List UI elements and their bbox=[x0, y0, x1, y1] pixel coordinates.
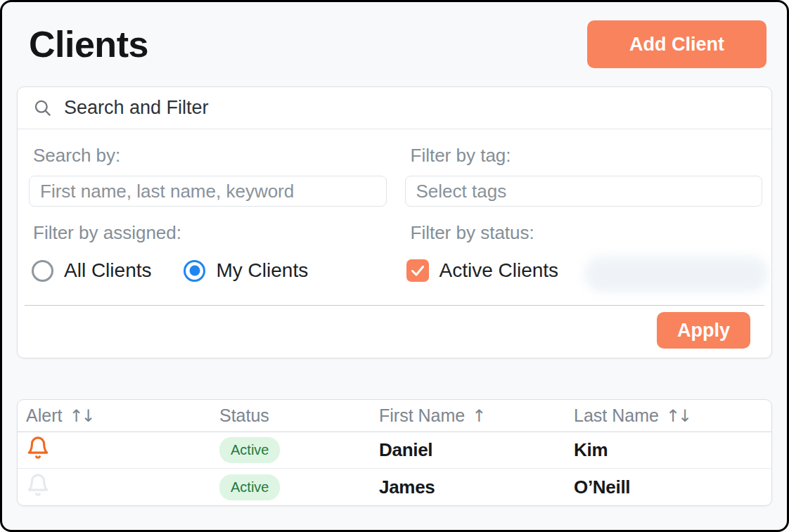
search-filter-header[interactable]: Search and Filter bbox=[18, 87, 771, 129]
filter-by-tag-group: Filter by tag: Filter by status: Active … bbox=[405, 141, 763, 286]
radio-all-clients-label: All Clients bbox=[64, 259, 151, 282]
last-name-cell: O’Neill bbox=[574, 476, 771, 498]
status-badge: Active bbox=[219, 474, 280, 500]
filter-by-status-label: Filter by status: bbox=[411, 222, 763, 244]
radio-my-clients-label: My Clients bbox=[216, 259, 308, 282]
checkbox-icon-active-clients[interactable] bbox=[406, 259, 429, 282]
sort-icon-alert[interactable]: ↑↓ bbox=[69, 406, 93, 426]
first-name-cell: James bbox=[379, 476, 574, 498]
filter-by-assigned-label: Filter by assigned: bbox=[33, 222, 387, 244]
clients-table: Alert ↑↓ Status First Name ↑ Last Name ↑… bbox=[17, 399, 772, 506]
column-header-status: Status bbox=[219, 406, 379, 426]
column-header-first-name-label: First Name bbox=[379, 406, 465, 426]
filter-by-tag-label: Filter by tag: bbox=[411, 145, 763, 167]
column-header-alert[interactable]: Alert ↑↓ bbox=[26, 406, 219, 426]
apply-row: Apply bbox=[18, 306, 771, 358]
status-options: Active Clients bbox=[406, 255, 763, 286]
status-cell: Active bbox=[219, 437, 379, 463]
column-header-last-name-label: Last Name bbox=[574, 406, 659, 426]
table-row[interactable]: Active James O’Neill bbox=[18, 469, 771, 505]
radio-icon-my-clients[interactable] bbox=[184, 260, 205, 282]
checkbox-active-clients-label: Active Clients bbox=[440, 259, 559, 282]
search-by-group: Search by: Filter by assigned: All Clien… bbox=[29, 141, 387, 286]
search-input[interactable] bbox=[29, 176, 387, 207]
search-by-label: Search by: bbox=[33, 145, 387, 167]
bell-icon[interactable] bbox=[26, 472, 50, 498]
apply-button[interactable]: Apply bbox=[657, 312, 750, 349]
radio-my-clients[interactable]: My Clients bbox=[184, 259, 308, 282]
sort-icon-first-name[interactable]: ↑ bbox=[472, 406, 484, 426]
filter-body: Search by: Filter by assigned: All Clien… bbox=[18, 129, 771, 286]
table-header-row: Alert ↑↓ Status First Name ↑ Last Name ↑… bbox=[18, 400, 771, 432]
column-header-first-name[interactable]: First Name ↑ bbox=[379, 406, 574, 426]
bell-icon[interactable] bbox=[26, 435, 50, 460]
search-filter-title: Search and Filter bbox=[64, 97, 209, 119]
page-header: Clients Add Client bbox=[17, 16, 772, 70]
alert-cell bbox=[26, 435, 219, 465]
radio-all-clients[interactable]: All Clients bbox=[32, 259, 151, 282]
checkbox-active-clients[interactable]: Active Clients bbox=[406, 259, 559, 282]
search-icon bbox=[33, 98, 52, 117]
last-name-cell: Kim bbox=[574, 439, 771, 461]
status-badge: Active bbox=[219, 437, 280, 463]
add-client-button[interactable]: Add Client bbox=[587, 20, 766, 68]
column-header-last-name[interactable]: Last Name ↑↓ bbox=[574, 406, 771, 426]
alert-cell bbox=[26, 472, 219, 502]
page-title: Clients bbox=[29, 26, 148, 63]
column-header-status-label: Status bbox=[219, 406, 269, 426]
select-tags-input[interactable] bbox=[405, 176, 763, 207]
assigned-options: All Clients My Clients bbox=[32, 255, 387, 286]
radio-icon-all-clients[interactable] bbox=[32, 260, 53, 282]
first-name-cell: Daniel bbox=[379, 439, 574, 461]
search-filter-panel: Search and Filter Search by: Filter by a… bbox=[17, 86, 772, 358]
clients-page: Clients Add Client Search and Filter Sea… bbox=[0, 0, 789, 532]
status-cell: Active bbox=[219, 474, 379, 500]
table-row[interactable]: Active Daniel Kim bbox=[18, 432, 771, 469]
column-header-alert-label: Alert bbox=[26, 406, 62, 426]
sort-icon-last-name[interactable]: ↑↓ bbox=[666, 406, 690, 426]
